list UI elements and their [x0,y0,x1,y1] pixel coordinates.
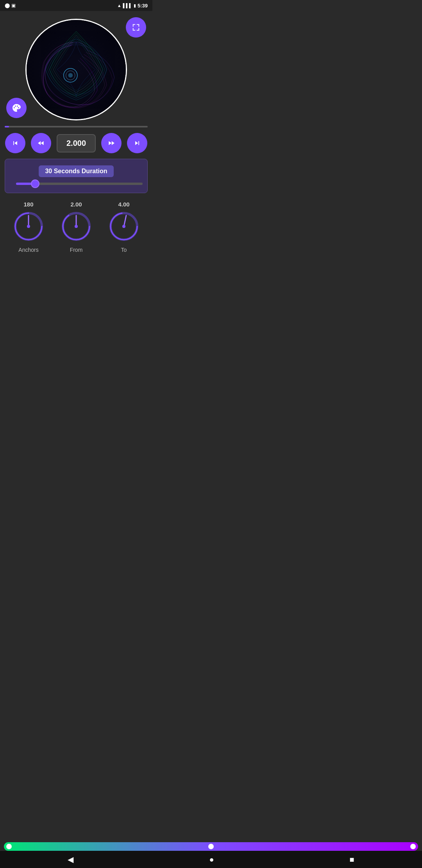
duration-box: 30 Seconds Duration [5,159,148,193]
visualization-area [0,11,152,124]
status-bar: ⬤ ▣ ▲ ▌▌▌ ▮ 5:39 [0,0,152,11]
spirograph-display [25,19,127,120]
svg-point-3 [68,73,73,78]
playback-value: 2.000 [57,134,96,152]
from-value: 2.00 [70,201,82,208]
duration-label: 30 Seconds Duration [39,165,113,177]
spirograph-svg [27,20,126,119]
svg-point-11 [75,225,78,228]
to-knob[interactable] [108,211,139,242]
knobs-section: 180 Anchors 2.00 From 4.00 To [0,193,152,257]
svg-point-15 [122,225,125,228]
skip-back-button[interactable] [5,133,25,153]
notification-icon: ⬤ [5,3,10,8]
fast-forward-button[interactable] [101,133,122,153]
from-knob-item: 2.00 From [61,201,92,253]
anchors-label: Anchors [18,247,38,253]
svg-line-14 [124,215,126,226]
palette-button[interactable] [6,98,27,118]
anchors-knob[interactable] [13,211,44,242]
to-value: 4.00 [118,201,129,208]
from-knob[interactable] [61,211,92,242]
to-label: To [121,247,127,253]
sim-icon: ▣ [11,3,16,8]
anchors-value: 180 [23,201,33,208]
rewind-button[interactable] [31,133,51,153]
progress-track[interactable] [5,126,148,127]
status-left-icons: ⬤ ▣ [5,3,16,8]
battery-icon: ▮ [134,3,136,8]
skip-forward-button[interactable] [127,133,147,153]
controls-row: 2.000 [0,127,152,159]
expand-button[interactable] [126,17,146,38]
wifi-icon: ▲ [117,3,122,8]
from-label: From [70,247,83,253]
status-time: 5:39 [138,3,148,9]
signal-icon: ▌▌▌ [123,3,132,8]
duration-label-container: 30 Seconds Duration [10,165,143,177]
to-knob-item: 4.00 To [108,201,139,253]
duration-slider-thumb[interactable] [31,179,39,188]
anchors-knob-item: 180 Anchors [13,201,44,253]
status-right-icons: ▲ ▌▌▌ ▮ 5:39 [117,3,148,9]
progress-fill [5,126,9,127]
svg-point-7 [27,225,30,228]
progress-container[interactable] [0,126,152,127]
duration-slider-track[interactable] [16,183,143,185]
